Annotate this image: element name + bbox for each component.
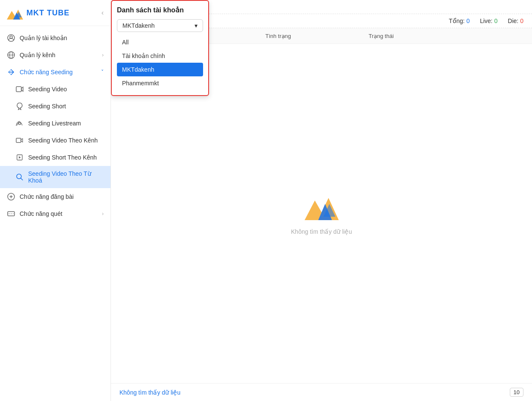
popup-select-box[interactable]: MKTdakenh ▾ xyxy=(117,19,203,32)
popup-option-mktdakenh[interactable]: MKTdakenh xyxy=(117,63,203,76)
stat-die: Die: 0 xyxy=(508,17,523,24)
sidebar-item-label-chuc-nang-quet: Chức năng quét xyxy=(20,210,98,217)
empty-logo xyxy=(305,192,339,221)
stat-live-label: Live: xyxy=(480,17,493,24)
popup-option-phanmemmkt[interactable]: Phanmemmkt xyxy=(117,76,203,90)
scan-icon xyxy=(7,209,15,218)
sidebar-logo-area: MKT TUBE ‹ xyxy=(0,0,110,26)
svg-point-4 xyxy=(10,36,12,38)
stat-live-value: 0 xyxy=(494,17,498,24)
svg-rect-8 xyxy=(16,87,21,92)
filter-bar: Danh sách tài khoản MKTdakenh ▾ All Tài … xyxy=(111,0,532,14)
sidebar-item-label-seeding-video: Seeding Video xyxy=(28,86,104,93)
sidebar-item-label-seeding-short: Seeding Short xyxy=(28,103,104,110)
logo-text: MKT TUBE xyxy=(26,9,70,17)
sidebar-item-quan-ly-tai-khoan[interactable]: Quản lý tài khoản xyxy=(0,29,110,46)
logo-icon xyxy=(7,6,23,20)
footer-bar: Không tìm thấy dữ liệu 10 xyxy=(111,383,532,401)
stat-die-label: Die: xyxy=(508,17,518,24)
seeding-submenu: Seeding Video Seeding Short Seeding Live… xyxy=(0,81,110,188)
chevron-right-icon-2: › xyxy=(102,211,104,217)
stat-die-value: 0 xyxy=(520,17,523,24)
popup-option-all[interactable]: All xyxy=(117,35,203,49)
stat-tong: Tổng: 0 xyxy=(449,17,470,24)
sidebar-item-label-quan-ly-kenh: Quản lý kênh xyxy=(20,52,98,58)
popup-title: Danh sách tài khoản xyxy=(117,6,203,14)
video-icon xyxy=(15,85,24,93)
col-header-trang-thai: Trạng thái xyxy=(369,33,472,39)
page-size-selector[interactable]: 10 xyxy=(510,388,523,397)
stat-tong-label: Tổng: xyxy=(449,17,465,24)
popup-dropdown-arrow: ▾ xyxy=(195,22,198,29)
sidebar-item-label-seeding-video-theo-kenh: Seeding Video Theo Kênh xyxy=(28,137,104,144)
sidebar-item-seeding-video-theo-tu-khoa[interactable]: Seeding Video Theo Từ Khoá xyxy=(0,166,110,188)
sidebar-item-chuc-nang-dang-bai[interactable]: Chức năng đăng bài xyxy=(0,188,110,205)
video-kenh-icon xyxy=(15,136,24,145)
content-area: Danh sách tài khoản MKTdakenh ▾ All Tài … xyxy=(111,0,532,401)
chevron-right-icon: › xyxy=(102,52,104,58)
popup-selected-value: MKTdakenh xyxy=(122,22,154,29)
arrows-icon xyxy=(7,68,15,76)
sidebar: MKT TUBE ‹ Quản lý tài khoản Quản lý kên… xyxy=(0,0,111,401)
sidebar-item-chuc-nang-seeding[interactable]: Chức năng Seeding ˅ xyxy=(0,64,110,81)
stat-tong-value: 0 xyxy=(466,17,470,24)
live-icon xyxy=(15,119,24,128)
sidebar-item-label-chuc-nang-dang-bai: Chức năng đăng bài xyxy=(20,193,104,200)
post-icon xyxy=(7,192,15,201)
sidebar-item-label-seeding-video-theo-tu-khoa: Seeding Video Theo Từ Khoá xyxy=(28,170,104,184)
chevron-down-icon: ˅ xyxy=(101,69,104,75)
sidebar-item-chuc-nang-quet[interactable]: Chức năng quét › xyxy=(0,205,110,222)
globe-icon xyxy=(7,51,15,59)
sidebar-item-seeding-video[interactable]: Seeding Video xyxy=(0,81,110,98)
footer-empty-text: Không tìm thấy dữ liệu xyxy=(119,389,180,396)
logo: MKT TUBE xyxy=(7,6,70,20)
popup-options-list: All Tài khoản chính MKTdakenh Phanmemmkt xyxy=(117,35,203,90)
short-icon xyxy=(15,102,24,110)
sidebar-item-seeding-video-theo-kenh[interactable]: Seeding Video Theo Kênh xyxy=(0,132,110,149)
sidebar-item-label-seeding-short-theo-kenh: Seeding Short Theo Kênh xyxy=(28,154,104,161)
sidebar-item-label-chuc-nang-seeding: Chức năng Seeding xyxy=(20,69,97,76)
short-kenh-icon xyxy=(15,153,24,162)
search-video-icon xyxy=(15,173,24,181)
sidebar-item-seeding-short[interactable]: Seeding Short xyxy=(0,98,110,115)
main-content: Danh sách tài khoản MKTdakenh ▾ All Tài … xyxy=(111,0,532,401)
col-header-tinh-trang: Tình trạng xyxy=(265,33,369,39)
sidebar-item-seeding-short-theo-kenh[interactable]: Seeding Short Theo Kênh xyxy=(0,149,110,166)
sidebar-item-seeding-livestream[interactable]: Seeding Livestream xyxy=(0,115,110,132)
svg-rect-10 xyxy=(16,138,21,142)
sidebar-item-label-seeding-livestream: Seeding Livestream xyxy=(28,120,104,127)
sidebar-item-quan-ly-kenh[interactable]: Quản lý kênh › xyxy=(0,46,110,64)
user-circle-icon xyxy=(7,34,15,42)
sidebar-nav: Quản lý tài khoản Quản lý kênh › Chức nă… xyxy=(0,26,110,401)
stat-live: Live: 0 xyxy=(480,17,497,24)
sidebar-item-label-quan-ly-tai-khoan: Quản lý tài khoản xyxy=(20,35,104,41)
empty-text: Không tìm thấy dữ liệu xyxy=(291,228,352,235)
popup-option-tai-khoan-chinh[interactable]: Tài khoản chính xyxy=(117,49,203,63)
svg-line-13 xyxy=(21,178,23,180)
account-popup: Danh sách tài khoản MKTdakenh ▾ All Tài … xyxy=(111,0,209,96)
sidebar-collapse-button[interactable]: ‹ xyxy=(102,9,104,17)
